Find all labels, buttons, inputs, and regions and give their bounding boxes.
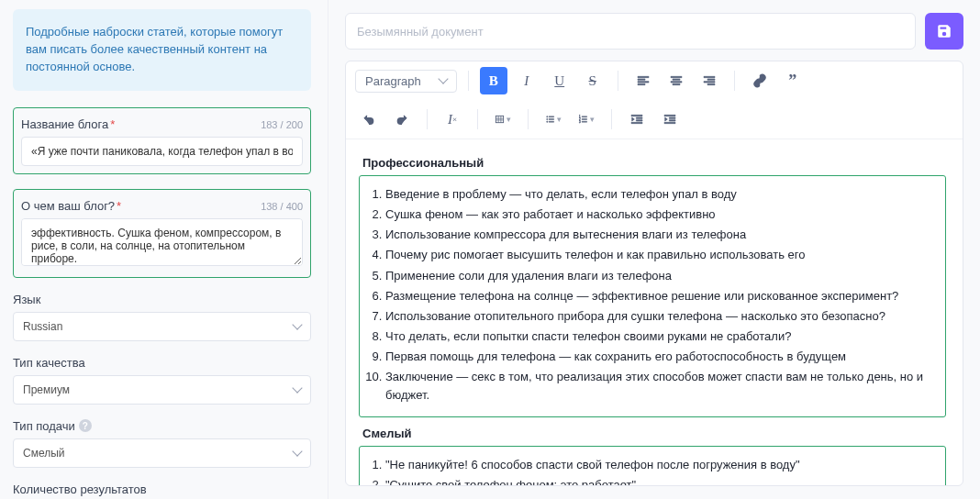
clear-format-button[interactable]: I× [439,105,466,133]
outline-item: "Не паникуйте! 6 способов спасти свой те… [385,456,936,474]
blog-title-field: Название блога* 183 / 200 [13,107,311,174]
outline-item: Использование компрессора для вытеснения… [385,226,936,244]
required-mark: * [110,117,115,131]
undo-button[interactable] [355,105,383,133]
svg-rect-0 [496,116,503,122]
outline-item: "Сушите свой телефон феном: это работает… [385,476,936,485]
save-icon [936,23,952,39]
quality-field: Тип качества Премиум [13,356,311,405]
outline-item: Первая помощь для телефона — как сохрани… [385,348,936,366]
document-title-input[interactable] [345,13,916,50]
quality-select[interactable]: Премиум [13,375,311,405]
svg-point-1 [547,116,548,117]
chevron-down-icon [292,319,302,329]
help-icon[interactable]: ? [79,419,92,432]
outline-item: Сушка феном — как это работает и насколь… [385,205,936,224]
blog-about-counter: 138 / 400 [261,201,303,212]
blog-about-label: О чем ваш блог? [21,199,115,213]
language-label: Язык [13,293,311,306]
paragraph-style-value: Paragraph [365,74,421,88]
section-heading-bold: Смелый [362,427,946,440]
outline-item: Введение в проблему — что делать, если т… [385,185,936,204]
count-field: Количество результатов 1 [13,482,311,499]
svg-point-2 [547,118,548,119]
blog-title-counter: 183 / 200 [261,119,303,130]
blog-about-input[interactable]: эффективность. Сушка феном, компрессором… [21,218,303,266]
outline-item: Применение соли для удаления влаги из те… [385,267,936,285]
chevron-down-icon [292,446,302,456]
link-button[interactable] [746,67,774,94]
separator [528,109,529,129]
blog-title-input[interactable] [21,137,303,166]
svg-point-3 [547,121,548,122]
redo-button[interactable] [388,105,416,133]
strike-button[interactable]: S [579,67,607,94]
count-label: Количество результатов [13,482,311,496]
underline-button[interactable]: U [546,67,574,94]
separator [468,71,469,91]
separator [477,109,478,129]
outline-item: Что делать, если попытки спасти телефон … [385,327,936,346]
blog-title-label: Название блога [21,117,108,131]
outline-block-bold: "Не паникуйте! 6 способов спасти свой те… [359,446,946,485]
tone-label: Тип подачи [13,419,75,433]
outline-item: Размещение телефона на солнце — эффектив… [385,287,936,305]
separator [427,109,428,129]
separator [618,71,618,91]
separator [611,109,612,129]
editor-card: Paragraph B I U S ” [345,61,963,486]
svg-text:3: 3 [579,120,581,124]
chevron-down-icon: ▾ [590,115,595,124]
ordered-list-button[interactable]: 123▾ [573,105,600,133]
bold-button[interactable]: B [480,67,507,94]
outline-block-professional: Введение в проблему — что делать, если т… [359,175,946,417]
chevron-down-icon [438,73,448,83]
toolbar: Paragraph B I U S ” [346,61,963,139]
chevron-down-icon: ▾ [557,115,562,124]
chevron-down-icon: ▾ [507,115,511,124]
quote-button[interactable]: ” [779,67,807,94]
chevron-down-icon [292,383,302,393]
quality-value: Премиум [23,383,70,396]
editor-pane: Paragraph B I U S ” [328,0,980,499]
outdent-button[interactable] [623,105,651,133]
save-button[interactable] [925,13,963,50]
info-banner: Подробные наброски статей, которые помог… [13,9,311,91]
blog-about-field: О чем ваш блог?* 138 / 400 эффективность… [13,189,311,278]
language-field: Язык Russian [13,293,311,341]
tone-field: Тип подачи? Смелый [13,419,311,468]
language-value: Russian [23,320,62,333]
italic-button[interactable]: I [513,67,540,94]
language-select[interactable]: Russian [13,312,311,341]
required-mark: * [117,199,121,213]
tone-value: Смелый [23,447,65,460]
outline-item: Почему рис помогает высушить телефон и к… [385,246,936,264]
outline-item: Заключение — секс в том, что реализация … [385,368,936,405]
table-button[interactable]: ▾ [489,105,517,133]
align-right-button[interactable] [696,67,723,94]
indent-button[interactable] [656,105,684,133]
editor-content[interactable]: Профессиональный Введение в проблему — ч… [346,139,963,485]
sidebar: Подробные наброски статей, которые помог… [0,0,328,499]
align-left-button[interactable] [629,67,657,94]
align-center-button[interactable] [663,67,690,94]
quality-label: Тип качества [13,356,311,370]
outline-item: Использование отопительного прибора для … [385,307,936,326]
bullet-list-button[interactable]: ▾ [540,105,567,133]
section-heading-professional: Профессиональный [362,156,946,170]
paragraph-style-select[interactable]: Paragraph [355,70,457,93]
tone-select[interactable]: Смелый [13,438,311,468]
separator [734,71,735,91]
